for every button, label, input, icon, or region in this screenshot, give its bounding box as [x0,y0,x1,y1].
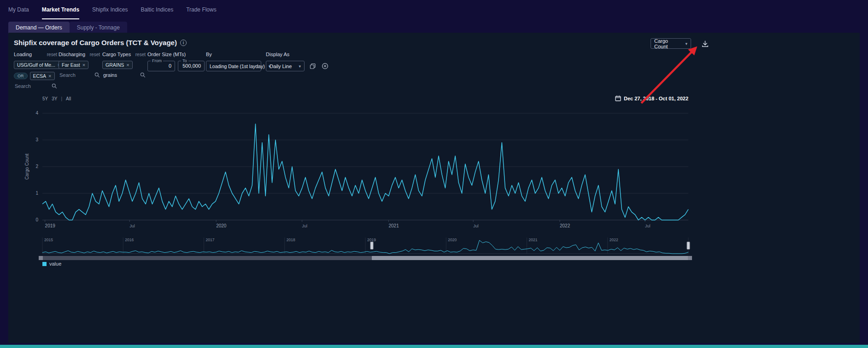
filter-label: Order Size (MTs) [147,52,186,57]
from-label: From [151,58,163,63]
range-3y-button[interactable]: 3Y [52,96,57,101]
order-size-from-field[interactable]: From 0 [147,61,175,71]
legend-swatch [42,262,47,266]
tag-label: GRAINS [106,62,124,68]
loading-tag-usg[interactable]: USG/Gulf of Me... × [14,61,64,69]
svg-text:2020: 2020 [448,238,457,242]
tag-label: ECSA [33,73,47,79]
or-badge: OR [14,73,28,79]
cargo-types-search-input[interactable] [102,72,137,78]
range-all-button[interactable]: All [66,96,71,101]
svg-text:0: 0 [35,217,38,222]
nav-item-shipfix-indices[interactable]: Shipfix Indices [92,0,128,19]
main-line-chart[interactable]: 012342019Jul2020Jul2021Jul2022JulCargo C… [8,106,860,235]
discharging-reset-button[interactable]: reset [90,52,100,57]
remove-tag-icon[interactable]: × [48,74,51,79]
svg-text:2021: 2021 [529,238,538,242]
metric-dropdown-value: Cargo Count [654,38,681,49]
discharging-tag-far-east[interactable]: Far East × [59,61,88,69]
filter-cargo-types: Cargo Types reset GRAINS × [102,52,146,78]
legend-label: value [49,261,61,267]
tag-label: Far East [62,62,80,68]
loading-tag-ecsa[interactable]: ECSA × [30,72,55,80]
svg-text:1: 1 [35,191,38,196]
remove-tag-icon[interactable]: × [126,63,129,68]
date-range-picker[interactable]: Dec 27, 2018 - Oct 01, 2022 [615,95,688,101]
svg-text:Cargo Count: Cargo Count [24,153,29,180]
footer-accent-bar [0,345,868,348]
filter-label: Cargo Types [102,52,131,57]
search-icon [94,72,100,78]
svg-text:Jul: Jul [645,224,651,228]
calendar-icon [615,95,621,101]
svg-text:2017: 2017 [206,238,215,242]
navigator-scrollbar[interactable] [39,256,692,260]
panel-title: Shipfix coverage of Cargo Orders (TCT & … [14,39,187,46]
filter-by: By Loading Date (1st layday) ▾ [206,52,261,71]
range-divider: | [61,96,62,101]
loading-reset-button[interactable]: reset [47,52,57,57]
range-selector: 5Y 3Y | All [42,96,71,101]
cargo-types-reset-button[interactable]: reset [135,52,146,57]
date-range-text: Dec 27, 2018 - Oct 01, 2022 [624,96,688,101]
navigator-chart[interactable]: 20152016201720182019202020212022 [8,235,860,255]
download-icon [701,40,709,48]
chevron-down-icon: ▾ [685,41,687,46]
info-icon[interactable]: i [180,40,187,46]
to-label: To [181,58,188,63]
filter-label: Loading [14,52,32,57]
range-5y-button[interactable]: 5Y [42,96,48,101]
cargo-tag-grains[interactable]: GRAINS × [102,61,133,69]
legend-item-value[interactable]: value [42,261,61,267]
filter-label: By [206,52,212,57]
sub-tabs: Demand — Orders Supply - Tonnage [8,22,127,34]
scrollbar-right-cap[interactable] [688,256,692,260]
display-as-dropdown-value: Daily Line [270,64,292,69]
chevron-down-icon: ▾ [299,64,301,69]
svg-text:4: 4 [35,110,38,116]
add-circle-icon [322,63,328,70]
scrollbar-thumb[interactable] [372,256,692,260]
download-button[interactable] [700,39,710,48]
display-as-dropdown[interactable]: Daily Line ▾ [266,61,305,71]
order-size-to-field[interactable]: To 500,000 [178,61,205,71]
tab-supply-tonnage[interactable]: Supply - Tonnage [70,22,127,34]
metric-dropdown[interactable]: Cargo Count ▾ [651,38,691,49]
by-dropdown-value: Loading Date (1st layday) [210,64,265,69]
tag-label: USG/Gulf of Me... [17,62,55,68]
chart-panel: Shipfix coverage of Cargo Orders (TCT & … [8,33,860,343]
scrollbar-left-cap[interactable] [39,256,43,260]
nav-item-market-trends[interactable]: Market Trends [42,0,79,19]
svg-text:Jul: Jul [473,224,479,228]
svg-text:2: 2 [35,164,38,169]
tab-demand-orders[interactable]: Demand — Orders [8,22,70,34]
by-dropdown[interactable]: Loading Date (1st layday) ▾ [206,61,261,71]
loading-search-input[interactable] [14,83,48,89]
svg-text:2016: 2016 [125,238,134,242]
remove-tag-icon[interactable]: × [82,63,85,68]
page-title: Shipfix coverage of Cargo Orders (TCT & … [14,39,177,46]
filter-order-size: Order Size (MTs) From 0 To 500,000 [147,52,205,71]
search-icon [140,72,146,78]
svg-text:2019: 2019 [367,238,376,242]
svg-text:2021: 2021 [388,223,399,228]
svg-text:Jul: Jul [302,224,308,228]
filter-loading: Loading reset USG/Gulf of Me... × OR ECS… [14,52,57,89]
nav-item-my-data[interactable]: My Data [8,0,29,19]
search-icon [52,83,57,89]
svg-text:2019: 2019 [45,223,56,228]
top-navigation: My Data Market Trends Shipfix Indices Ba… [0,0,868,19]
discharging-search-input[interactable] [59,72,93,78]
filter-label: Display As [266,52,289,57]
svg-text:2015: 2015 [44,238,53,242]
copy-icon [310,63,316,70]
svg-text:2018: 2018 [287,238,295,242]
add-circle-button[interactable] [321,63,328,70]
nav-item-baltic-indices[interactable]: Baltic Indices [141,0,173,19]
svg-text:2020: 2020 [216,223,227,228]
svg-text:3: 3 [35,137,38,142]
nav-item-trade-flows[interactable]: Trade Flows [186,0,217,19]
copy-chart-button[interactable] [309,63,317,70]
filter-display-as: Display As Daily Line ▾ [266,52,335,71]
svg-text:2022: 2022 [610,238,618,242]
